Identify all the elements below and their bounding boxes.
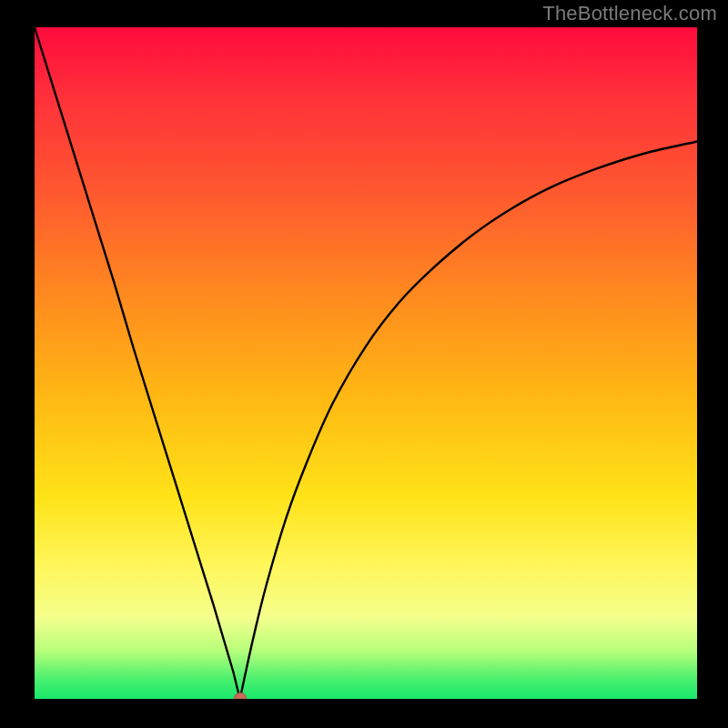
- bottleneck-curve: [35, 27, 697, 699]
- minimum-marker-icon: [234, 693, 247, 699]
- plot-area: [35, 27, 697, 699]
- chart-frame: TheBottleneck.com: [0, 0, 728, 728]
- watermark-text: TheBottleneck.com: [542, 2, 717, 25]
